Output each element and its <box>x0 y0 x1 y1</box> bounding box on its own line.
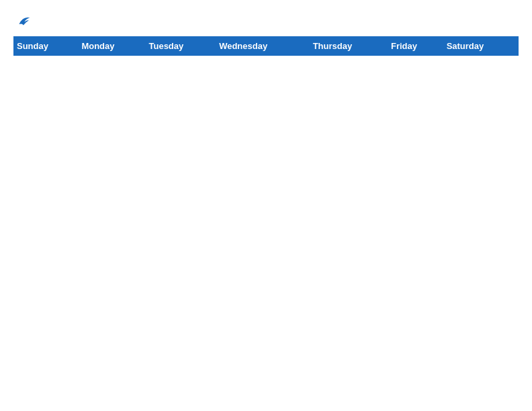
calendar-day-header: Wednesday <box>216 37 310 56</box>
calendar-day-header: Monday <box>79 37 146 56</box>
calendar-header-row: SundayMondayTuesdayWednesdayThursdayFrid… <box>14 37 519 56</box>
calendar-day-header: Saturday <box>443 37 518 56</box>
logo <box>13 13 31 30</box>
calendar-day-header: Tuesday <box>146 37 216 56</box>
calendar-day-header: Thursday <box>310 37 388 56</box>
calendar-table: SundayMondayTuesdayWednesdayThursdayFrid… <box>13 36 519 56</box>
calendar-day-header: Sunday <box>14 37 79 56</box>
calendar-day-header: Friday <box>388 37 443 56</box>
page-header <box>13 13 519 30</box>
logo-bird-icon <box>15 13 31 30</box>
